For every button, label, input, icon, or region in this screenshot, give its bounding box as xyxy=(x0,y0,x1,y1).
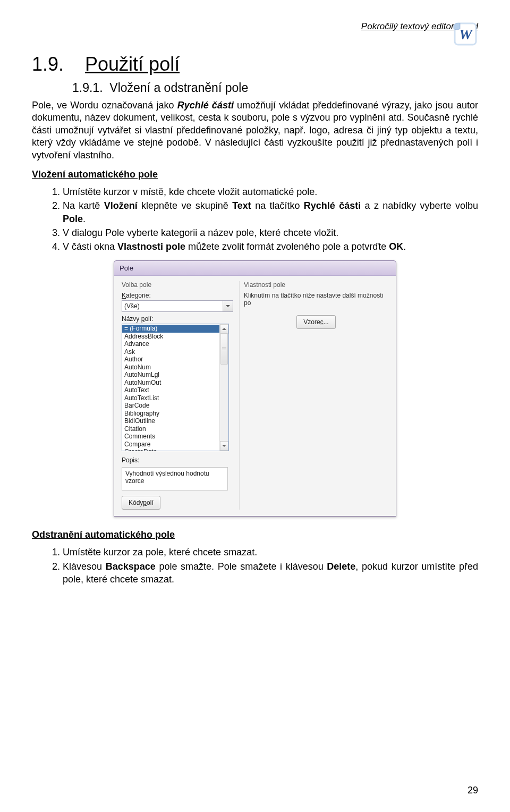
running-header: Pokročilý textový editor Word xyxy=(32,21,478,32)
subsection-title-text: Vložení a odstranění pole xyxy=(109,81,248,95)
scroll-down-icon[interactable] xyxy=(220,441,228,451)
list-item[interactable]: AutoNumLgl xyxy=(122,371,219,379)
category-value: (Vše) xyxy=(124,302,140,310)
list-item[interactable]: BarCode xyxy=(122,402,219,410)
field-names-label: Názvy polí: xyxy=(122,315,234,323)
list-item[interactable]: AddressBlock xyxy=(122,333,219,341)
list-item[interactable]: AutoTextList xyxy=(122,394,219,402)
list-item: Klávesou Backspace pole smažte. Pole sma… xyxy=(63,560,478,586)
list-item[interactable]: Author xyxy=(122,356,219,363)
field-names-listbox[interactable]: = (Formula)AddressBlockAdvanceAskAuthorA… xyxy=(122,324,229,451)
section-number: 1.9. xyxy=(32,53,64,75)
field-codes-button[interactable]: Kódy polí xyxy=(122,496,160,510)
insert-heading: Vložení automatického pole xyxy=(32,169,478,180)
list-item[interactable]: AutoNumOut xyxy=(122,379,219,387)
list-item[interactable]: Ask xyxy=(122,348,219,356)
list-item: V dialogu Pole vyberte kategorii a název… xyxy=(63,226,478,239)
list-item[interactable]: BidiOutline xyxy=(122,417,219,425)
page-number: 29 xyxy=(468,785,478,796)
scroll-thumb[interactable] xyxy=(220,334,228,365)
list-item[interactable]: Comments xyxy=(122,433,219,441)
list-item: V části okna Vlastnosti pole můžete zvol… xyxy=(63,240,478,253)
group-label-right: Vlastnosti pole xyxy=(244,281,388,289)
field-dialog: Pole Volba pole Kategorie: (Vše) Názvy p… xyxy=(114,260,396,517)
category-label: Kategorie: xyxy=(122,292,234,299)
dialog-title: Pole xyxy=(114,261,396,276)
formula-button[interactable]: Vzorec... xyxy=(296,315,335,329)
scrollbar[interactable] xyxy=(219,324,228,451)
list-item[interactable]: AutoNum xyxy=(122,363,219,371)
category-combo[interactable]: (Vše) xyxy=(122,300,233,312)
list-item[interactable]: Compare xyxy=(122,441,219,449)
desc-box: Vyhodnotí výslednou hodnotu vzorce xyxy=(122,467,228,490)
section-title-text: Použití polí xyxy=(85,53,180,75)
intro-paragraph: Pole, ve Wordu označovaná jako Rychlé čá… xyxy=(32,99,478,162)
chevron-down-icon[interactable] xyxy=(223,301,233,311)
svg-text:W: W xyxy=(459,26,473,43)
group-label-left: Volba pole xyxy=(122,281,234,289)
scroll-up-icon[interactable] xyxy=(220,324,228,334)
subsection-title: 1.9.1. Vložení a odstranění pole xyxy=(72,81,478,95)
insert-steps: Umístěte kurzor v místě, kde chcete vlož… xyxy=(32,185,478,253)
list-item[interactable]: Bibliography xyxy=(122,410,219,418)
word-app-icon: W xyxy=(453,21,478,47)
section-title: 1.9. Použití polí xyxy=(32,53,478,75)
right-hint: Kliknutím na tlačítko níže nastavte dalš… xyxy=(244,292,388,307)
remove-steps: Umístěte kurzor za pole, které chcete sm… xyxy=(32,546,478,586)
list-item[interactable]: CreateDate xyxy=(122,448,219,451)
list-item[interactable]: AutoText xyxy=(122,386,219,394)
list-item[interactable]: Citation xyxy=(122,425,219,433)
desc-label: Popis: xyxy=(122,456,234,464)
list-item: Na kartě Vložení klepněte ve skupině Tex… xyxy=(63,199,478,225)
remove-heading: Odstranění automatického pole xyxy=(32,529,478,540)
list-item[interactable]: = (Formula) xyxy=(122,325,219,333)
list-item[interactable]: Advance xyxy=(122,340,219,348)
subsection-number: 1.9.1. xyxy=(72,81,103,95)
list-item: Umístěte kurzor za pole, které chcete sm… xyxy=(63,546,478,559)
list-item: Umístěte kurzor v místě, kde chcete vlož… xyxy=(63,185,478,198)
